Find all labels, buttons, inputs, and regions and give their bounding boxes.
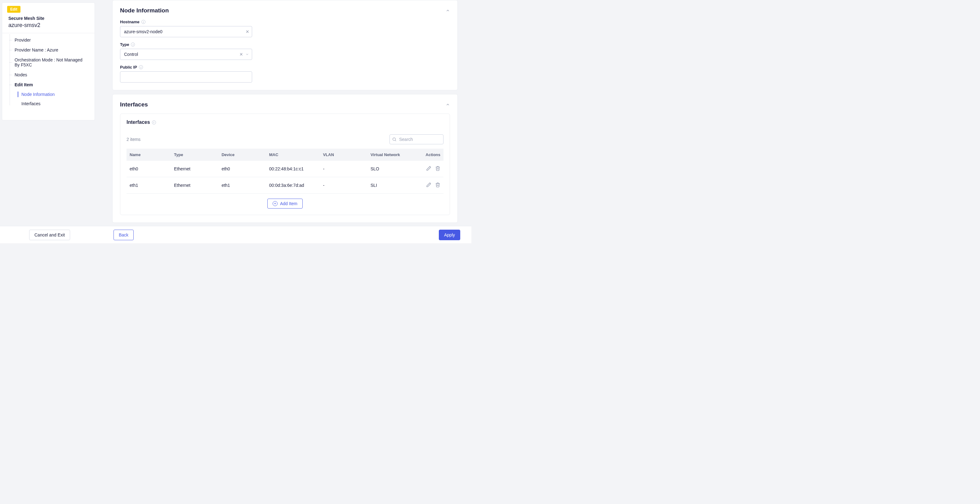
- add-item-label: Add Item: [280, 201, 298, 206]
- public-ip-label: Public IP: [120, 65, 137, 70]
- hostname-input[interactable]: [120, 26, 252, 37]
- type-field: Type i ×: [120, 42, 450, 60]
- back-button[interactable]: Back: [113, 230, 134, 240]
- cell-name: eth0: [127, 161, 171, 177]
- site-meta: Secure Mesh Site azure-smsv2: [2, 13, 95, 33]
- info-icon[interactable]: i: [139, 65, 143, 69]
- interfaces-toolbar: 2 items: [127, 134, 444, 144]
- svg-line-1: [395, 140, 396, 141]
- sidebar: Edit Secure Mesh Site azure-smsv2 Provid…: [2, 3, 95, 120]
- cell-vnet: SLO: [368, 161, 418, 177]
- hostname-label: Hostname: [120, 19, 140, 24]
- col-vlan: VLAN: [320, 149, 367, 161]
- panel-title: Node Information: [120, 7, 169, 14]
- nav-item-provider-name[interactable]: Provider Name : Azure: [2, 45, 95, 55]
- node-information-panel: Node Information Hostname i × Type i ×: [112, 0, 458, 90]
- cell-vlan: -: [320, 177, 367, 194]
- table-row: eth0 Ethernet eth0 00:22:48:b4:1c:c1 - S…: [127, 161, 444, 177]
- plus-icon: +: [273, 201, 278, 206]
- cancel-button[interactable]: Cancel and Exit: [29, 230, 70, 240]
- nav-sub-label: Node Information: [21, 92, 54, 97]
- nav-item-edit-item[interactable]: Edit Item: [2, 80, 95, 90]
- col-mac: MAC: [266, 149, 320, 161]
- panel-header: Interfaces: [120, 101, 450, 108]
- search-input[interactable]: [390, 134, 444, 144]
- table-row: eth1 Ethernet eth1 00:0d:3a:6e:7d:ad - S…: [127, 177, 444, 194]
- trash-icon[interactable]: [435, 182, 441, 187]
- nav-sub-label: Interfaces: [21, 101, 40, 106]
- info-icon[interactable]: i: [131, 43, 135, 46]
- hostname-field: Hostname i ×: [120, 19, 450, 37]
- main-area: Node Information Hostname i × Type i ×: [112, 0, 458, 226]
- trash-icon[interactable]: [435, 166, 441, 171]
- col-type: Type: [171, 149, 218, 161]
- svg-point-0: [393, 138, 396, 140]
- interfaces-card: Interfaces i 2 items Name Type Dev: [120, 113, 450, 215]
- item-count: 2 items: [127, 137, 140, 142]
- cell-mac: 00:22:48:b4:1c:c1: [266, 161, 320, 177]
- clear-icon[interactable]: ×: [239, 51, 243, 57]
- type-select[interactable]: [120, 49, 252, 60]
- panel-title: Interfaces: [120, 101, 148, 108]
- nav-item-provider[interactable]: Provider: [2, 35, 95, 45]
- cell-vnet: SLI: [368, 177, 418, 194]
- footer: Cancel and Exit Back Apply: [0, 226, 471, 243]
- interfaces-panel: Interfaces Interfaces i 2 items: [112, 94, 458, 223]
- add-item-button[interactable]: + Add Item: [267, 199, 303, 209]
- cell-type: Ethernet: [171, 161, 218, 177]
- cell-device: eth0: [218, 161, 266, 177]
- cell-mac: 00:0d:3a:6e:7d:ad: [266, 177, 320, 194]
- nav-sub-interfaces[interactable]: Interfaces: [2, 99, 95, 108]
- site-type-label: Secure Mesh Site: [8, 16, 88, 21]
- interfaces-inner-title: Interfaces: [127, 120, 150, 125]
- site-name: azure-smsv2: [8, 22, 88, 29]
- search-icon: [392, 137, 397, 142]
- clear-icon[interactable]: ×: [246, 29, 249, 34]
- public-ip-field: Public IP i: [120, 65, 450, 83]
- cell-type: Ethernet: [171, 177, 218, 194]
- col-name: Name: [127, 149, 171, 161]
- chevron-up-icon[interactable]: [445, 102, 450, 107]
- nav-sub-node-information[interactable]: Node Information: [2, 90, 95, 99]
- public-ip-input[interactable]: [120, 72, 252, 83]
- nav-item-orchestration-mode[interactable]: Orchestration Mode : Not Managed By F5XC: [2, 55, 95, 70]
- nav-tree: Provider Provider Name : Azure Orchestra…: [2, 33, 95, 108]
- cell-device: eth1: [218, 177, 266, 194]
- col-virtual-network: Virtual Network: [368, 149, 418, 161]
- info-icon[interactable]: i: [152, 120, 156, 124]
- cell-name: eth1: [127, 177, 171, 194]
- cell-vlan: -: [320, 161, 367, 177]
- nav-subtree: Node Information Interfaces: [2, 90, 95, 108]
- edit-icon[interactable]: [426, 182, 431, 187]
- chevron-up-icon[interactable]: [445, 8, 450, 13]
- active-indicator: [18, 92, 18, 97]
- chevron-down-icon[interactable]: [245, 53, 249, 56]
- edit-icon[interactable]: [426, 166, 431, 171]
- apply-button[interactable]: Apply: [439, 230, 460, 240]
- nav-item-nodes[interactable]: Nodes: [2, 70, 95, 80]
- col-actions: Actions: [418, 149, 444, 161]
- panel-header: Node Information: [120, 7, 450, 14]
- edit-badge: Edit: [7, 6, 21, 13]
- type-label: Type: [120, 42, 129, 47]
- interfaces-table: Name Type Device MAC VLAN Virtual Networ…: [127, 149, 444, 194]
- info-icon[interactable]: i: [142, 20, 145, 24]
- col-device: Device: [218, 149, 266, 161]
